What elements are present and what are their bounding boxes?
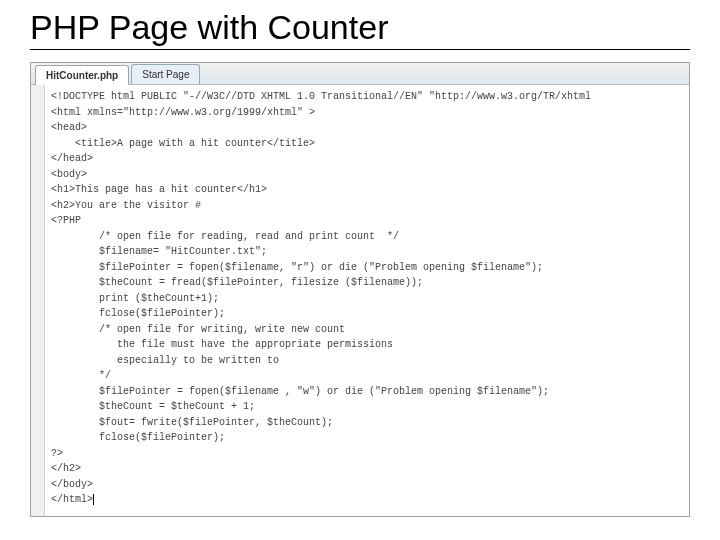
code-line: $filePointer = fopen($filename , "w") or… xyxy=(51,384,591,400)
line-gutter xyxy=(31,85,45,516)
code-line: <html xmlns="http://www.w3.org/1999/xhtm… xyxy=(51,105,591,121)
code-line: /* open file for reading, read and print… xyxy=(51,229,591,245)
code-line: fclose($filePointer); xyxy=(51,306,591,322)
code-line: $theCount = fread($filePointer, filesize… xyxy=(51,275,591,291)
tab-bar: HitCounter.php Start Page xyxy=(31,63,689,85)
code-line: </h2> xyxy=(51,461,591,477)
code-content: <!DOCTYPE html PUBLIC "-//W3C//DTD XHTML… xyxy=(45,85,597,516)
code-line: $filename= "HitCounter.txt"; xyxy=(51,244,591,260)
tab-startpage[interactable]: Start Page xyxy=(131,64,200,85)
code-line: especially to be written to xyxy=(51,353,591,369)
tab-hitcounter[interactable]: HitCounter.php xyxy=(35,65,129,86)
code-line: /* open file for writing, write new coun… xyxy=(51,322,591,338)
code-line: </html> xyxy=(51,492,591,508)
code-line: <?PHP xyxy=(51,213,591,229)
code-line: fclose($filePointer); xyxy=(51,430,591,446)
code-line: $theCount = $theCount + 1; xyxy=(51,399,591,415)
code-line: <h1>This page has a hit counter</h1> xyxy=(51,182,591,198)
code-line: ?> xyxy=(51,446,591,462)
code-editor: HitCounter.php Start Page <!DOCTYPE html… xyxy=(30,62,690,517)
title-underline xyxy=(30,49,690,50)
code-line: <!DOCTYPE html PUBLIC "-//W3C//DTD XHTML… xyxy=(51,89,591,105)
code-line: </head> xyxy=(51,151,591,167)
slide-title: PHP Page with Counter xyxy=(0,0,720,49)
code-line: */ xyxy=(51,368,591,384)
code-line: the file must have the appropriate permi… xyxy=(51,337,591,353)
code-line: $fout= fwrite($filePointer, $theCount); xyxy=(51,415,591,431)
code-line: <h2>You are the visitor # xyxy=(51,198,591,214)
code-line: <title>A page with a hit counter</title> xyxy=(51,136,591,152)
editor-body: <!DOCTYPE html PUBLIC "-//W3C//DTD XHTML… xyxy=(31,85,689,516)
text-cursor xyxy=(93,494,94,505)
code-line: print ($theCount+1); xyxy=(51,291,591,307)
code-line: $filePointer = fopen($filename, "r") or … xyxy=(51,260,591,276)
code-line: <head> xyxy=(51,120,591,136)
code-line: </body> xyxy=(51,477,591,493)
code-line: <body> xyxy=(51,167,591,183)
